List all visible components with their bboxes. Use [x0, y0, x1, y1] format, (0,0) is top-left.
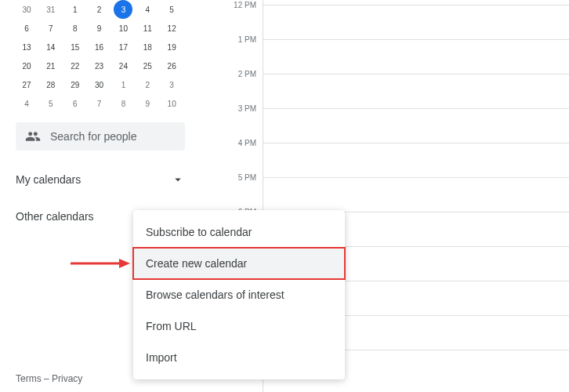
mini-cal-day[interactable]: 30	[89, 75, 111, 94]
mini-cal-day[interactable]: 8	[64, 19, 86, 38]
my-calendars-label: My calendars	[16, 173, 81, 186]
time-label: 5 PM	[238, 173, 256, 182]
mini-cal-day[interactable]: 22	[64, 56, 86, 75]
mini-cal-day[interactable]: 10	[161, 94, 183, 113]
mini-cal-day[interactable]: 4	[136, 0, 158, 19]
hour-line	[263, 143, 569, 143]
hour-line	[263, 5, 569, 5]
mini-cal-day[interactable]: 25	[136, 56, 158, 75]
time-label: 1 PM	[238, 35, 256, 44]
mini-cal-day[interactable]: 12	[161, 19, 183, 38]
mini-cal-day[interactable]: 3	[114, 0, 132, 19]
menu-item-browse-calendars-of-interest[interactable]: Browse calendars of interest	[133, 279, 345, 310]
time-label: 2 PM	[238, 70, 256, 78]
privacy-link[interactable]: Privacy	[52, 373, 82, 384]
mini-calendar: 3031123456789101112131415161718192021222…	[16, 0, 185, 113]
search-people-placeholder: Search for people	[50, 130, 137, 143]
mini-cal-day[interactable]: 9	[89, 19, 111, 38]
mini-cal-day[interactable]: 2	[89, 0, 111, 19]
people-icon	[25, 129, 41, 144]
menu-item-import[interactable]: Import	[133, 342, 345, 373]
menu-item-create-new-calendar[interactable]: Create new calendar	[133, 248, 345, 279]
chevron-down-icon	[171, 172, 185, 187]
mini-cal-day[interactable]: 14	[40, 38, 62, 56]
mini-cal-day[interactable]: 5	[40, 94, 62, 113]
mini-cal-day[interactable]: 1	[64, 0, 86, 19]
mini-cal-day[interactable]: 6	[64, 94, 86, 113]
annotation-arrow	[71, 256, 133, 274]
other-calendars-menu: Subscribe to calendarCreate new calendar…	[133, 210, 345, 379]
mini-cal-day[interactable]: 4	[16, 94, 38, 113]
mini-cal-day[interactable]: 16	[89, 38, 111, 56]
mini-cal-day[interactable]: 28	[40, 75, 62, 94]
my-calendars-section[interactable]: My calendars	[16, 165, 185, 194]
mini-cal-day[interactable]: 6	[16, 19, 38, 38]
mini-cal-day[interactable]: 27	[16, 75, 38, 94]
mini-cal-day[interactable]: 3	[161, 75, 183, 94]
time-label: 3 PM	[238, 104, 256, 113]
mini-cal-day[interactable]: 30	[16, 0, 38, 19]
menu-item-subscribe-to-calendar[interactable]: Subscribe to calendar	[133, 216, 345, 248]
mini-cal-day[interactable]: 7	[40, 19, 62, 38]
mini-cal-day[interactable]: 2	[136, 75, 158, 94]
mini-cal-day[interactable]: 7	[89, 94, 111, 113]
mini-cal-day[interactable]: 18	[136, 38, 158, 56]
mini-cal-day[interactable]: 17	[112, 38, 134, 56]
menu-item-from-url[interactable]: From URL	[133, 310, 345, 342]
hour-line	[263, 74, 569, 74]
mini-cal-day[interactable]: 13	[16, 38, 38, 56]
mini-cal-day[interactable]: 23	[89, 56, 111, 75]
mini-cal-day[interactable]: 8	[112, 94, 134, 113]
mini-cal-day[interactable]: 10	[112, 19, 134, 38]
mini-cal-day[interactable]: 9	[136, 94, 158, 113]
other-calendars-label: Other calendars	[16, 210, 94, 223]
time-label: 4 PM	[238, 139, 256, 147]
mini-cal-day[interactable]: 26	[161, 56, 183, 75]
mini-cal-day[interactable]: 29	[64, 75, 86, 94]
mini-cal-day[interactable]: 5	[161, 0, 183, 19]
mini-cal-day[interactable]: 31	[40, 0, 62, 19]
mini-cal-day[interactable]: 24	[112, 56, 134, 75]
mini-cal-day[interactable]: 20	[16, 56, 38, 75]
terms-link[interactable]: Terms	[16, 373, 42, 384]
hour-line	[263, 108, 569, 109]
mini-cal-day[interactable]: 21	[40, 56, 62, 75]
mini-cal-day[interactable]: 1	[112, 75, 134, 94]
hour-line	[263, 177, 569, 178]
time-label: 12 PM	[234, 1, 256, 9]
svg-marker-1	[119, 259, 130, 268]
mini-cal-day[interactable]: 15	[64, 38, 86, 56]
mini-cal-day[interactable]: 11	[136, 19, 158, 38]
search-people-input[interactable]: Search for people	[16, 122, 185, 151]
mini-cal-day[interactable]: 19	[161, 38, 183, 56]
hour-line	[263, 39, 569, 40]
